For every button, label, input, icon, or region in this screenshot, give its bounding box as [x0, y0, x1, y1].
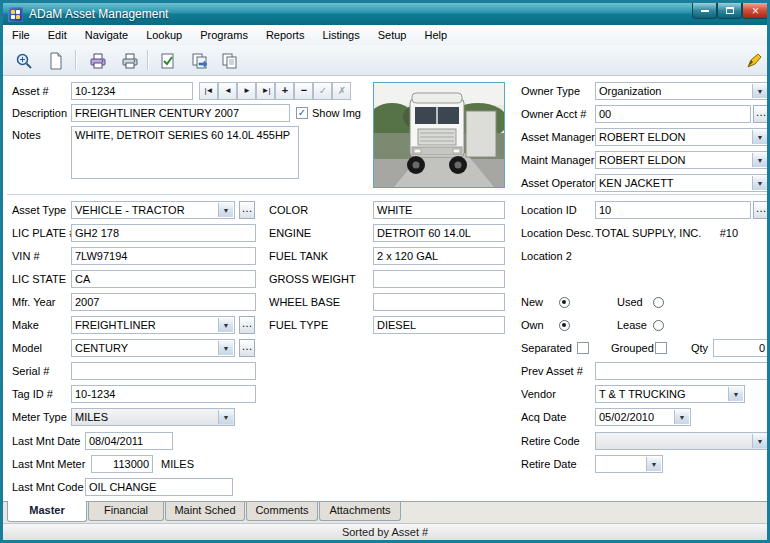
chevron-down-icon[interactable]: ▼ — [218, 203, 233, 217]
asset-operator-combo[interactable]: KEN JACKETT▼ — [595, 174, 769, 192]
section-divider — [7, 194, 769, 195]
print-button[interactable] — [115, 48, 145, 74]
last-mnt-meter-unit: MILES — [161, 458, 194, 470]
prev-asset-field[interactable] — [595, 362, 769, 380]
tab-attachments[interactable]: Attachments — [319, 502, 401, 521]
qty-field[interactable]: 0 — [713, 339, 769, 357]
chevron-down-icon[interactable]: ▼ — [646, 457, 661, 471]
asset-type-lookup-button[interactable]: … — [239, 201, 255, 219]
menu-programs[interactable]: Programs — [191, 26, 257, 45]
last-mnt-code-field[interactable]: OIL CHANGE — [85, 478, 233, 496]
menu-navigate[interactable]: Navigate — [76, 26, 137, 45]
minimize-button[interactable] — [692, 3, 717, 19]
asset-manager-combo[interactable]: ROBERT ELDON▼ — [595, 128, 769, 146]
chevron-down-icon[interactable]: ▼ — [218, 341, 233, 355]
model-combo[interactable]: CENTURY▼ — [71, 339, 235, 357]
tab-maint-sched[interactable]: Maint Sched — [165, 502, 245, 521]
chevron-down-icon[interactable]: ▼ — [218, 410, 233, 424]
menu-setup[interactable]: Setup — [369, 26, 416, 45]
duplicate-record-button[interactable] — [215, 48, 245, 74]
owner-acct-field[interactable]: 00 — [595, 105, 751, 123]
close-button[interactable]: × — [742, 3, 769, 19]
chevron-down-icon[interactable]: ▼ — [752, 434, 767, 448]
nav-last-button[interactable]: ►| — [256, 82, 275, 100]
nav-prev-button[interactable]: ◄ — [218, 82, 237, 100]
tag-id-field[interactable]: 10-1234 — [71, 385, 256, 403]
exit-button[interactable] — [739, 48, 769, 74]
grouped-checkbox[interactable] — [655, 342, 667, 354]
separated-label: Separated — [521, 342, 572, 354]
vendor-label: Vendor — [521, 388, 556, 400]
chevron-down-icon[interactable]: ▼ — [752, 153, 767, 167]
post-edit-button[interactable] — [153, 48, 183, 74]
menu-reports[interactable]: Reports — [257, 26, 314, 45]
used-radio[interactable] — [653, 297, 664, 308]
fuel-type-field[interactable]: DIESEL — [373, 316, 505, 334]
chevron-down-icon[interactable]: ▼ — [752, 84, 767, 98]
make-lookup-button[interactable]: … — [239, 316, 255, 334]
color-field[interactable]: WHITE — [373, 201, 505, 219]
tab-master[interactable]: Master — [7, 501, 87, 522]
nav-delete-button[interactable]: − — [294, 82, 313, 100]
retire-date-picker[interactable]: ▼ — [595, 455, 663, 473]
model-value: CENTURY — [75, 342, 128, 354]
owner-type-combo[interactable]: Organization▼ — [595, 82, 769, 100]
lic-state-field[interactable]: CA — [71, 270, 256, 288]
menu-lookup[interactable]: Lookup — [137, 26, 191, 45]
menu-edit[interactable]: Edit — [39, 26, 76, 45]
used-radio-label: Used — [617, 296, 643, 308]
lic-plate-label: LIC PLATE # — [12, 227, 75, 239]
asset-type-combo[interactable]: VEHICLE - TRACTOR▼ — [71, 201, 235, 219]
copy-record-button[interactable] — [185, 48, 215, 74]
menu-listings[interactable]: Listings — [313, 26, 368, 45]
make-combo[interactable]: FREIGHTLINER▼ — [71, 316, 235, 334]
engine-field[interactable]: DETROIT 60 14.0L — [373, 224, 505, 242]
lease-radio[interactable] — [653, 320, 664, 331]
print-setup-button[interactable] — [83, 48, 113, 74]
nav-insert-button[interactable]: + — [275, 82, 294, 100]
mfr-year-field[interactable]: 2007 — [71, 293, 256, 311]
chevron-down-icon[interactable]: ▼ — [218, 318, 233, 332]
vendor-combo[interactable]: T & T TRUCKING▼ — [595, 385, 745, 403]
lic-plate-field[interactable]: GH2 178 — [71, 224, 256, 242]
meter-type-combo[interactable]: MILES▼ — [71, 408, 235, 426]
separated-checkbox[interactable] — [577, 342, 589, 354]
vin-field[interactable]: 7LW97194 — [71, 247, 256, 265]
asset-number-field[interactable]: 10-1234 — [71, 82, 193, 100]
retire-code-combo[interactable]: ▼ — [595, 432, 769, 450]
show-img-checkbox[interactable]: ✓ — [296, 107, 308, 119]
maximize-button[interactable] — [717, 3, 742, 19]
acq-date-picker[interactable]: 05/02/2010▼ — [595, 408, 691, 426]
chevron-down-icon[interactable]: ▼ — [752, 130, 767, 144]
chevron-down-icon[interactable]: ▼ — [728, 387, 743, 401]
location-id-lookup-button[interactable]: … — [753, 201, 769, 219]
nav-next-button[interactable]: ► — [237, 82, 256, 100]
last-mnt-date-field[interactable]: 08/04/2011 — [85, 432, 173, 450]
nav-cancel-button[interactable]: ✗ — [332, 82, 351, 100]
fuel-tank-field[interactable]: 2 x 120 GAL — [373, 247, 505, 265]
model-lookup-button[interactable]: … — [239, 339, 255, 357]
chevron-down-icon[interactable]: ▼ — [674, 410, 689, 424]
owner-acct-lookup-button[interactable]: … — [753, 105, 769, 123]
lic-state-label: LIC STATE — [12, 273, 66, 285]
own-radio[interactable] — [559, 320, 570, 331]
nav-post-button[interactable]: ✓ — [313, 82, 332, 100]
menu-help[interactable]: Help — [415, 26, 456, 45]
wheel-base-field[interactable] — [373, 293, 505, 311]
chevron-down-icon[interactable]: ▼ — [752, 176, 767, 190]
new-record-button[interactable] — [41, 48, 71, 74]
maint-manager-combo[interactable]: ROBERT ELDON▼ — [595, 151, 769, 169]
highlighter-icon — [745, 52, 763, 70]
location-id-field[interactable]: 10 — [595, 201, 751, 219]
zoom-button[interactable] — [9, 48, 39, 74]
tab-comments[interactable]: Comments — [246, 502, 318, 521]
serial-field[interactable] — [71, 362, 256, 380]
notes-field[interactable]: WHITE, DETROIT SERIES 60 14.0L 455HP — [71, 126, 299, 179]
tab-financial[interactable]: Financial — [88, 502, 164, 521]
last-mnt-meter-field[interactable]: 113000 — [91, 455, 153, 473]
menu-file[interactable]: File — [3, 26, 39, 45]
new-radio[interactable] — [559, 297, 570, 308]
nav-first-button[interactable]: |◄ — [199, 82, 218, 100]
gross-weight-field[interactable] — [373, 270, 505, 288]
description-field[interactable]: FREIGHTLINER CENTURY 2007 — [71, 104, 290, 122]
